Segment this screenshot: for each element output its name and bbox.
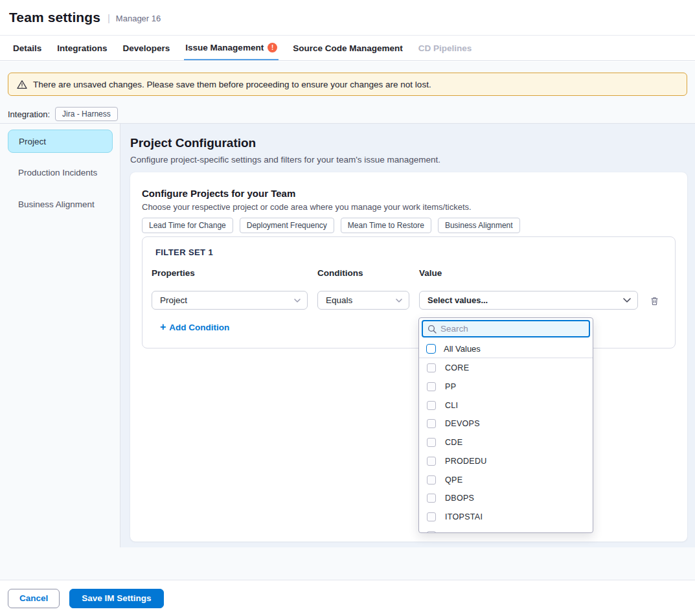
option-checkbox[interactable] bbox=[427, 419, 436, 428]
option-itopstai[interactable]: ITOPSTAI bbox=[419, 507, 593, 526]
tab-bar: Details Integrations Developers Issue Ma… bbox=[0, 36, 695, 61]
chip-lead-time-for-change[interactable]: Lead Time for Change bbox=[142, 218, 233, 233]
option-qpe[interactable]: QPE bbox=[419, 470, 593, 489]
add-condition-label: Add Condition bbox=[169, 323, 229, 332]
integration-row: Integration: Jira - Harness bbox=[8, 107, 118, 121]
property-select-value: Project bbox=[160, 295, 187, 305]
cancel-button[interactable]: Cancel bbox=[8, 589, 60, 608]
sidebar-item-business-alignment[interactable]: Business Alignment bbox=[18, 200, 95, 209]
value-select-dropdown: All Values CORE PP CLI DEVOPS CDE PRODED… bbox=[418, 317, 593, 533]
chevron-down-icon bbox=[294, 299, 301, 302]
dropdown-search[interactable] bbox=[422, 320, 590, 337]
team-name: Manager 16 bbox=[116, 12, 161, 23]
properties-column-label: Properties bbox=[152, 268, 195, 278]
tab-issue-management[interactable]: Issue Management ! bbox=[184, 36, 279, 60]
tab-issue-management-label: Issue Management bbox=[185, 43, 264, 52]
filter-set-title: FILTER SET 1 bbox=[155, 247, 213, 257]
chip-business-alignment[interactable]: Business Alignment bbox=[438, 218, 520, 233]
all-values-checkbox[interactable] bbox=[426, 344, 436, 354]
option-checkbox[interactable] bbox=[427, 457, 436, 466]
chevron-down-icon bbox=[623, 298, 631, 302]
option-checkbox[interactable] bbox=[427, 382, 436, 391]
option-label: ITOPSTAI bbox=[445, 512, 483, 521]
option-label: PRODEDU bbox=[445, 457, 487, 466]
option-core[interactable]: CORE bbox=[419, 358, 593, 377]
sidebar-item-production-incidents-label: Production Incidents bbox=[18, 168, 97, 177]
option-label: DBOPS bbox=[445, 494, 474, 503]
tab-developers-label: Developers bbox=[123, 43, 170, 53]
option-checkbox[interactable] bbox=[427, 494, 436, 503]
card-title: Configure Projects for your Team bbox=[142, 188, 295, 199]
page-title: Team settings bbox=[9, 10, 100, 25]
all-values-label: All Values bbox=[444, 344, 481, 354]
option-cde[interactable]: CDE bbox=[419, 433, 593, 451]
unsaved-changes-banner: There are unsaved changes. Please save t… bbox=[8, 73, 687, 96]
option-pipe[interactable]: PIPE bbox=[419, 526, 593, 533]
tab-cd-pipelines-label: CD Pipelines bbox=[418, 43, 472, 53]
option-checkbox[interactable] bbox=[427, 438, 436, 447]
option-label: CLI bbox=[445, 401, 458, 410]
footer-action-bar: Cancel Save IM Settings bbox=[0, 580, 695, 616]
warning-icon bbox=[17, 80, 27, 89]
conditions-column-label: Conditions bbox=[317, 268, 363, 278]
value-select-placeholder: Select values... bbox=[427, 295, 488, 305]
tab-details-label: Details bbox=[13, 43, 41, 53]
option-devops[interactable]: DEVOPS bbox=[419, 414, 593, 433]
option-checkbox[interactable] bbox=[427, 531, 436, 534]
banner-text: There are unsaved changes. Please save t… bbox=[33, 80, 431, 89]
option-label: CDE bbox=[445, 438, 462, 447]
option-checkbox[interactable] bbox=[427, 475, 436, 485]
team-settings-page: Team settings | Manager 16 Details Integ… bbox=[0, 0, 695, 616]
integration-chip[interactable]: Jira - Harness bbox=[55, 107, 118, 121]
section-title: Project Configuration bbox=[130, 136, 256, 150]
option-label: CORE bbox=[445, 363, 469, 372]
integration-label: Integration: bbox=[8, 109, 50, 119]
card-subtitle: Choose your respective project or code a… bbox=[142, 202, 472, 212]
sidebar-item-project[interactable]: Project bbox=[8, 130, 113, 153]
delete-filter-button[interactable] bbox=[648, 294, 661, 307]
section-subtitle: Configure project-specific settings and … bbox=[130, 155, 440, 165]
sidebar-divider bbox=[120, 124, 120, 547]
title-separator: | bbox=[108, 12, 110, 23]
tab-cd-pipelines: CD Pipelines bbox=[417, 36, 473, 60]
section-divider bbox=[0, 123, 695, 124]
tab-integrations[interactable]: Integrations bbox=[56, 36, 108, 60]
option-all-values[interactable]: All Values bbox=[419, 340, 593, 358]
filter-set-panel: FILTER SET 1 Properties Conditions Value… bbox=[142, 236, 676, 348]
save-im-settings-button[interactable]: Save IM Settings bbox=[69, 589, 163, 608]
unsaved-changes-badge-icon: ! bbox=[268, 43, 277, 52]
value-select[interactable]: Select values... bbox=[419, 291, 638, 310]
option-checkbox[interactable] bbox=[427, 512, 436, 521]
option-pp[interactable]: PP bbox=[419, 377, 593, 396]
plus-icon: + bbox=[160, 322, 166, 333]
value-column-label: Value bbox=[419, 268, 442, 278]
page-header: Team settings | Manager 16 bbox=[0, 0, 695, 36]
sidebar-item-project-label: Project bbox=[19, 137, 46, 146]
tab-details[interactable]: Details bbox=[12, 36, 43, 60]
option-checkbox[interactable] bbox=[427, 363, 436, 372]
tab-developers[interactable]: Developers bbox=[122, 36, 172, 60]
dropdown-search-input[interactable] bbox=[440, 324, 584, 334]
option-dbops[interactable]: DBOPS bbox=[419, 488, 593, 507]
sidebar-item-production-incidents[interactable]: Production Incidents bbox=[18, 168, 97, 177]
add-condition-button[interactable]: + Add Condition bbox=[160, 322, 229, 333]
search-icon bbox=[427, 325, 437, 334]
chevron-down-icon bbox=[396, 299, 402, 302]
chip-deployment-frequency[interactable]: Deployment Frequency bbox=[240, 218, 334, 233]
tab-source-code-management-label: Source Code Management bbox=[293, 43, 403, 53]
tab-integrations-label: Integrations bbox=[57, 43, 107, 53]
option-label: DEVOPS bbox=[445, 419, 480, 428]
chip-mean-time-to-restore[interactable]: Mean Time to Restore bbox=[341, 218, 431, 233]
sidebar-item-business-alignment-label: Business Alignment bbox=[18, 200, 95, 209]
condition-select[interactable]: Equals bbox=[317, 291, 409, 310]
condition-select-value: Equals bbox=[326, 295, 352, 305]
option-checkbox[interactable] bbox=[427, 401, 436, 410]
tab-source-code-management[interactable]: Source Code Management bbox=[291, 36, 404, 60]
property-select[interactable]: Project bbox=[152, 291, 308, 310]
metric-chips: Lead Time for Change Deployment Frequenc… bbox=[142, 218, 520, 233]
option-prodedu[interactable]: PRODEDU bbox=[419, 451, 593, 470]
trash-icon bbox=[650, 296, 659, 306]
option-label: PP bbox=[445, 382, 456, 391]
option-label: QPE bbox=[445, 475, 462, 485]
option-cli[interactable]: CLI bbox=[419, 396, 593, 415]
